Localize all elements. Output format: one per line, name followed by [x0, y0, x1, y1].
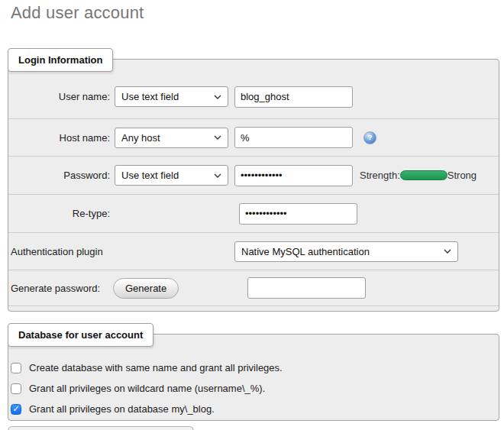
add-user-account-page: Add user account Login Information User … [0, 0, 504, 430]
hostname-type-select-value: Any host [121, 132, 160, 144]
login-information-fieldset: Login Information User name: Use text fi… [8, 59, 499, 312]
database-legend: Database for user account [8, 323, 153, 347]
grant-database-option: ✓ Grant all privileges on database my\_b… [8, 399, 499, 419]
password-row: Password: Use text field Strength: Stron… [8, 157, 499, 195]
grant-wildcard-label: Grant all privileges on wildcard name (u… [29, 383, 265, 394]
create-database-option: Create database with same name and grant… [8, 357, 499, 378]
password-label: Password: [9, 170, 110, 181]
chevron-down-icon [214, 95, 221, 99]
retype-row: Re-type: [8, 195, 499, 233]
database-options: Create database with same name and grant… [8, 335, 499, 419]
next-section-legend-partial [8, 426, 194, 430]
chevron-down-icon [214, 135, 221, 140]
help-icon[interactable]: ? [363, 131, 376, 144]
hostname-row: Host name: Any host ? [8, 119, 499, 157]
hostname-input[interactable] [234, 127, 353, 148]
auth-plugin-select[interactable]: Native MySQL authentication [234, 241, 458, 262]
strength-label: Strength: [360, 170, 400, 181]
retype-password-input[interactable] [239, 203, 357, 225]
username-label: User name: [9, 91, 110, 102]
page-title: Add user account [11, 3, 144, 23]
auth-plugin-label: Authentication plugin [9, 246, 234, 257]
auth-plugin-select-value: Native MySQL authentication [241, 246, 370, 257]
grant-database-checkbox[interactable]: ✓ [11, 404, 21, 415]
strength-value: Strong [447, 170, 477, 181]
password-strength-meter: Strength: Strong [360, 170, 477, 181]
hostname-label: Host name: [9, 132, 110, 144]
login-information-legend: Login Information [8, 48, 113, 72]
generate-password-row: Generate password: Generate [8, 270, 499, 306]
hostname-type-select[interactable]: Any host [115, 128, 228, 148]
password-type-select[interactable]: Use text field [115, 165, 228, 186]
strength-bar [400, 170, 447, 180]
username-type-select[interactable]: Use text field [115, 86, 228, 107]
grant-wildcard-option: Grant all privileges on wildcard name (u… [8, 378, 499, 399]
username-input[interactable] [234, 86, 353, 108]
auth-plugin-row: Authentication plugin Native MySQL authe… [8, 233, 499, 270]
generate-button[interactable]: Generate [113, 278, 179, 299]
create-database-checkbox[interactable] [11, 363, 21, 373]
username-type-select-value: Use text field [121, 91, 179, 102]
grant-database-label: Grant all privileges on database my\_blo… [29, 403, 215, 415]
chevron-down-icon [214, 173, 221, 178]
password-input[interactable] [234, 165, 353, 186]
password-type-select-value: Use text field [121, 170, 179, 181]
retype-label: Re-type: [9, 208, 110, 219]
generated-password-input[interactable] [247, 277, 366, 299]
create-database-label: Create database with same name and grant… [29, 362, 283, 373]
generate-password-label: Generate password: [9, 283, 105, 294]
chevron-down-icon [444, 249, 451, 254]
grant-wildcard-checkbox[interactable] [11, 383, 21, 394]
database-fieldset: Database for user account Create databas… [8, 334, 499, 421]
